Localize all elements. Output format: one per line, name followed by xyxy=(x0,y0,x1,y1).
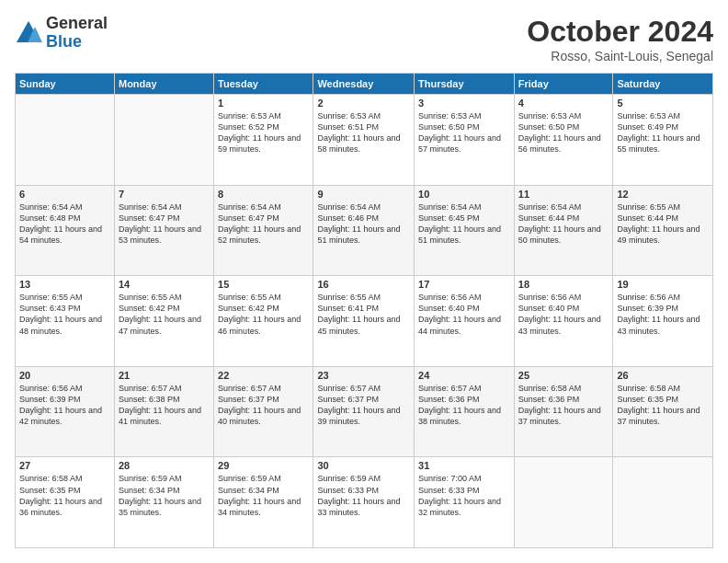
cell-content: Sunrise: 6:53 AM Sunset: 6:50 PM Dayligh… xyxy=(418,110,510,155)
cell-content: Sunrise: 6:55 AM Sunset: 6:42 PM Dayligh… xyxy=(119,292,210,337)
calendar-cell: 12Sunrise: 6:55 AM Sunset: 6:44 PM Dayli… xyxy=(613,185,713,276)
day-number: 1 xyxy=(218,98,309,109)
calendar-day-header: Saturday xyxy=(613,74,713,95)
day-number: 16 xyxy=(317,279,410,290)
month-title: October 2024 xyxy=(527,15,713,49)
calendar-cell xyxy=(114,95,213,186)
cell-content: Sunrise: 7:00 AM Sunset: 6:33 PM Dayligh… xyxy=(418,473,510,518)
day-number: 11 xyxy=(518,189,609,200)
cell-content: Sunrise: 6:57 AM Sunset: 6:37 PM Dayligh… xyxy=(317,383,410,428)
day-number: 4 xyxy=(518,98,609,109)
calendar-cell: 8Sunrise: 6:54 AM Sunset: 6:47 PM Daylig… xyxy=(214,185,313,276)
calendar-cell: 4Sunrise: 6:53 AM Sunset: 6:50 PM Daylig… xyxy=(514,95,613,186)
calendar-cell: 13Sunrise: 6:55 AM Sunset: 6:43 PM Dayli… xyxy=(16,276,115,367)
calendar-cell: 1Sunrise: 6:53 AM Sunset: 6:52 PM Daylig… xyxy=(214,95,313,186)
page: General Blue October 2024 Rosso, Saint-L… xyxy=(0,0,728,563)
calendar-cell: 15Sunrise: 6:55 AM Sunset: 6:42 PM Dayli… xyxy=(214,276,313,367)
day-number: 20 xyxy=(19,370,110,381)
day-number: 9 xyxy=(317,189,410,200)
cell-content: Sunrise: 6:58 AM Sunset: 6:35 PM Dayligh… xyxy=(19,473,110,518)
calendar-cell: 31Sunrise: 7:00 AM Sunset: 6:33 PM Dayli… xyxy=(415,457,515,548)
cell-content: Sunrise: 6:53 AM Sunset: 6:51 PM Dayligh… xyxy=(317,110,410,155)
calendar-cell: 16Sunrise: 6:55 AM Sunset: 6:41 PM Dayli… xyxy=(313,276,415,367)
calendar-day-header: Sunday xyxy=(16,74,115,95)
cell-content: Sunrise: 6:59 AM Sunset: 6:34 PM Dayligh… xyxy=(218,473,309,518)
cell-content: Sunrise: 6:53 AM Sunset: 6:49 PM Dayligh… xyxy=(617,110,709,155)
cell-content: Sunrise: 6:55 AM Sunset: 6:42 PM Dayligh… xyxy=(218,292,309,337)
calendar-cell xyxy=(16,95,115,186)
cell-content: Sunrise: 6:54 AM Sunset: 6:47 PM Dayligh… xyxy=(218,201,309,247)
calendar-week-row: 1Sunrise: 6:53 AM Sunset: 6:52 PM Daylig… xyxy=(16,95,713,186)
calendar-cell: 23Sunrise: 6:57 AM Sunset: 6:37 PM Dayli… xyxy=(313,366,415,457)
calendar-cell: 28Sunrise: 6:59 AM Sunset: 6:34 PM Dayli… xyxy=(114,457,213,548)
cell-content: Sunrise: 6:54 AM Sunset: 6:45 PM Dayligh… xyxy=(418,201,510,247)
day-number: 25 xyxy=(518,370,609,381)
day-number: 14 xyxy=(119,279,210,290)
day-number: 31 xyxy=(418,460,510,471)
cell-content: Sunrise: 6:54 AM Sunset: 6:48 PM Dayligh… xyxy=(19,201,110,247)
logo-blue: Blue xyxy=(46,33,108,52)
calendar-cell: 9Sunrise: 6:54 AM Sunset: 6:46 PM Daylig… xyxy=(313,185,415,276)
day-number: 22 xyxy=(218,370,309,381)
day-number: 19 xyxy=(617,279,709,290)
day-number: 28 xyxy=(119,460,210,471)
day-number: 13 xyxy=(19,279,110,290)
calendar-day-header: Thursday xyxy=(415,74,515,95)
calendar-cell: 19Sunrise: 6:56 AM Sunset: 6:39 PM Dayli… xyxy=(613,276,713,367)
cell-content: Sunrise: 6:56 AM Sunset: 6:39 PM Dayligh… xyxy=(617,292,709,337)
calendar-week-row: 20Sunrise: 6:56 AM Sunset: 6:39 PM Dayli… xyxy=(16,366,713,457)
calendar-day-header: Tuesday xyxy=(214,74,313,95)
location: Rosso, Saint-Louis, Senegal xyxy=(527,49,713,63)
cell-content: Sunrise: 6:58 AM Sunset: 6:35 PM Dayligh… xyxy=(617,383,709,428)
calendar-table: SundayMondayTuesdayWednesdayThursdayFrid… xyxy=(15,73,713,548)
calendar-cell: 20Sunrise: 6:56 AM Sunset: 6:39 PM Dayli… xyxy=(16,366,115,457)
day-number: 15 xyxy=(218,279,309,290)
calendar-cell: 21Sunrise: 6:57 AM Sunset: 6:38 PM Dayli… xyxy=(114,366,213,457)
cell-content: Sunrise: 6:56 AM Sunset: 6:40 PM Dayligh… xyxy=(518,292,609,337)
day-number: 2 xyxy=(317,98,410,109)
day-number: 21 xyxy=(119,370,210,381)
day-number: 17 xyxy=(418,279,510,290)
day-number: 27 xyxy=(19,460,110,471)
calendar-cell: 27Sunrise: 6:58 AM Sunset: 6:35 PM Dayli… xyxy=(16,457,115,548)
calendar-cell: 11Sunrise: 6:54 AM Sunset: 6:44 PM Dayli… xyxy=(514,185,613,276)
calendar-cell: 26Sunrise: 6:58 AM Sunset: 6:35 PM Dayli… xyxy=(613,366,713,457)
calendar-cell: 5Sunrise: 6:53 AM Sunset: 6:49 PM Daylig… xyxy=(613,95,713,186)
cell-content: Sunrise: 6:56 AM Sunset: 6:39 PM Dayligh… xyxy=(19,383,110,428)
day-number: 12 xyxy=(617,189,709,200)
cell-content: Sunrise: 6:56 AM Sunset: 6:40 PM Dayligh… xyxy=(418,292,510,337)
day-number: 3 xyxy=(418,98,510,109)
calendar-cell: 3Sunrise: 6:53 AM Sunset: 6:50 PM Daylig… xyxy=(415,95,515,186)
cell-content: Sunrise: 6:57 AM Sunset: 6:37 PM Dayligh… xyxy=(218,383,309,428)
cell-content: Sunrise: 6:58 AM Sunset: 6:36 PM Dayligh… xyxy=(518,383,609,428)
calendar-cell: 29Sunrise: 6:59 AM Sunset: 6:34 PM Dayli… xyxy=(214,457,313,548)
cell-content: Sunrise: 6:57 AM Sunset: 6:38 PM Dayligh… xyxy=(119,383,210,428)
calendar-cell: 22Sunrise: 6:57 AM Sunset: 6:37 PM Dayli… xyxy=(214,366,313,457)
cell-content: Sunrise: 6:54 AM Sunset: 6:46 PM Dayligh… xyxy=(317,201,410,247)
day-number: 30 xyxy=(317,460,410,471)
day-number: 29 xyxy=(218,460,309,471)
calendar-cell: 2Sunrise: 6:53 AM Sunset: 6:51 PM Daylig… xyxy=(313,95,415,186)
day-number: 18 xyxy=(518,279,609,290)
calendar-cell xyxy=(613,457,713,548)
day-number: 10 xyxy=(418,189,510,200)
cell-content: Sunrise: 6:53 AM Sunset: 6:52 PM Dayligh… xyxy=(218,110,309,155)
day-number: 26 xyxy=(617,370,709,381)
calendar-week-row: 27Sunrise: 6:58 AM Sunset: 6:35 PM Dayli… xyxy=(16,457,713,548)
calendar-week-row: 6Sunrise: 6:54 AM Sunset: 6:48 PM Daylig… xyxy=(16,185,713,276)
cell-content: Sunrise: 6:57 AM Sunset: 6:36 PM Dayligh… xyxy=(418,383,510,428)
day-number: 5 xyxy=(617,98,709,109)
logo-general: General xyxy=(46,15,108,33)
day-number: 7 xyxy=(119,189,210,200)
calendar-day-header: Monday xyxy=(114,74,213,95)
cell-content: Sunrise: 6:54 AM Sunset: 6:47 PM Dayligh… xyxy=(119,201,210,247)
calendar-cell: 17Sunrise: 6:56 AM Sunset: 6:40 PM Dayli… xyxy=(415,276,515,367)
calendar-cell: 25Sunrise: 6:58 AM Sunset: 6:36 PM Dayli… xyxy=(514,366,613,457)
calendar-cell: 14Sunrise: 6:55 AM Sunset: 6:42 PM Dayli… xyxy=(114,276,213,367)
header: General Blue October 2024 Rosso, Saint-L… xyxy=(15,15,713,63)
day-number: 6 xyxy=(19,189,110,200)
cell-content: Sunrise: 6:59 AM Sunset: 6:34 PM Dayligh… xyxy=(119,473,210,518)
calendar-week-row: 13Sunrise: 6:55 AM Sunset: 6:43 PM Dayli… xyxy=(16,276,713,367)
logo-text: General Blue xyxy=(46,15,108,52)
calendar-header-row: SundayMondayTuesdayWednesdayThursdayFrid… xyxy=(16,74,713,95)
